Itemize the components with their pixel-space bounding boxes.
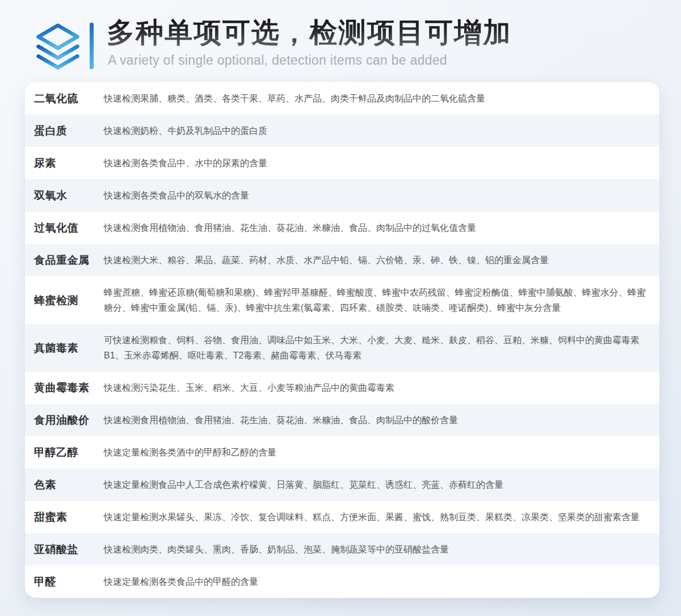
table-row: 过氧化值 快速检测食用植物油、食用猪油、花生油、葵花油、米糠油、食品、肉制品中的… <box>25 212 659 244</box>
item-name: 二氧化硫 <box>34 91 104 106</box>
item-description: 快速定量检测食品中人工合成色素柠檬黄、日落黄、胭脂红、苋菜红、诱惑红、亮蓝、赤藓… <box>104 477 647 492</box>
table-row: 二氧化硫 快速检测果脯、糖类、酒类、各类干果、草药、水产品、肉类干鲜品及肉制品中… <box>25 82 659 115</box>
item-name: 尿素 <box>34 155 104 171</box>
table-row: 蛋白质 快速检测奶粉、牛奶及乳制品中的蛋白质 <box>25 115 659 147</box>
item-name: 蜂蜜检测 <box>34 293 104 308</box>
item-name: 真菌毒素 <box>34 340 104 356</box>
table-row: 食品重金属 快速检测大米、粮谷、果品、蔬菜、药材、水质、水产品中铅、镉、六价铬、… <box>25 244 659 276</box>
table-row: 色素 快速定量检测食品中人工合成色素柠檬黄、日落黄、胭脂红、苋菜红、诱惑红、亮蓝… <box>25 469 659 501</box>
item-description: 快速检测食用植物油、食用猪油、花生油、葵花油、米糠油、食品、肉制品中的酸价含量 <box>104 412 647 428</box>
table-row: 甜蜜素 快速定量检测水果罐头、果冻、冷饮、复合调味料、糕点、方便米面、果酱、蜜饯… <box>25 501 659 533</box>
item-name: 亚硝酸盐 <box>34 542 104 557</box>
item-description: 蜂蜜蔗糖、蜂蜜还原糖(葡萄糖和果糖)、蜂蜜羟甲基糠醛、蜂蜜酸度、蜂蜜中农药残留、… <box>104 285 647 315</box>
table-row: 甲醇乙醇 快速定量检测各类酒中的甲醇和乙醇的含量 <box>25 436 659 469</box>
item-name: 甲醇乙醇 <box>34 445 104 460</box>
item-description: 快速检测果脯、糖类、酒类、各类干果、草药、水产品、肉类干鲜品及肉制品中的二氧化硫… <box>104 91 647 106</box>
page-title: 多种单项可选，检测项目可增加 <box>107 15 669 51</box>
table-row: 双氧水 快速检测各类食品中的双氧水的含量 <box>25 179 659 212</box>
table-row: 黄曲霉毒素 快速检测污染花生、玉米、稻米、大豆、小麦等粮油产品中的黄曲霉毒素 <box>25 372 659 404</box>
item-description: 快速检测肉类、肉类罐头、熏肉、香肠、奶制品、泡菜、腌制蔬菜等中的亚硝酸盐含量 <box>104 542 647 557</box>
item-description: 快速检测污染花生、玉米、稻米、大豆、小麦等粮油产品中的黄曲霉毒素 <box>104 380 647 395</box>
item-description: 快速检测食用植物油、食用猪油、花生油、葵花油、米糠油、食品、肉制品中的过氧化值含… <box>104 220 647 235</box>
item-name: 甜蜜素 <box>34 509 104 525</box>
item-description: 快速定量检测水果罐头、果冻、冷饮、复合调味料、糕点、方便米面、果酱、蜜饯、熟制豆… <box>104 509 647 525</box>
item-name: 食用油酸价 <box>34 412 104 428</box>
page-subtitle: A variety of single optional, detection … <box>108 53 669 68</box>
table-row: 尿素 快速检测各类食品中、水中的尿素的含量 <box>25 147 659 179</box>
detection-items-card: 二氧化硫 快速检测果脯、糖类、酒类、各类干果、草药、水产品、肉类干鲜品及肉制品中… <box>25 82 659 598</box>
table-row: 真菌毒素 可快速检测粮食、饲料、谷物、食用油、调味品中如玉米、大米、小麦、大麦、… <box>25 324 659 372</box>
item-description: 快速检测各类食品中的双氧水的含量 <box>104 188 647 203</box>
item-description: 快速检测奶粉、牛奶及乳制品中的蛋白质 <box>104 123 647 138</box>
table-row: 亚硝酸盐 快速检测肉类、肉类罐头、熏肉、香肠、奶制品、泡菜、腌制蔬菜等中的亚硝酸… <box>25 533 659 566</box>
accent-bar <box>90 23 94 69</box>
layers-stack-icon <box>35 23 81 70</box>
item-name: 色素 <box>34 477 104 492</box>
item-description: 快速定量检测各类酒中的甲醇和乙醇的含量 <box>104 445 647 460</box>
item-description: 快速检测各类食品中、水中的尿素的含量 <box>104 155 647 171</box>
table-row: 甲醛 快速定量检测各类食品中的甲醛的含量 <box>25 566 659 598</box>
item-description: 快速检测大米、粮谷、果品、蔬菜、药材、水质、水产品中铅、镉、六价铬、汞、砷、铁、… <box>104 252 647 268</box>
item-description: 快速定量检测各类食品中的甲醛的含量 <box>104 574 647 589</box>
item-name: 黄曲霉毒素 <box>34 380 104 395</box>
item-name: 过氧化值 <box>34 220 104 235</box>
table-row: 食用油酸价 快速检测食用植物油、食用猪油、花生油、葵花油、米糠油、食品、肉制品中… <box>25 404 659 436</box>
item-description: 可快速检测粮食、饲料、谷物、食用油、调味品中如玉米、大米、小麦、大麦、糙米、麸皮… <box>104 332 647 363</box>
item-name: 食品重金属 <box>34 252 104 268</box>
item-name: 双氧水 <box>34 188 104 203</box>
item-name: 甲醛 <box>34 574 104 589</box>
table-row: 蜂蜜检测 蜂蜜蔗糖、蜂蜜还原糖(葡萄糖和果糖)、蜂蜜羟甲基糠醛、蜂蜜酸度、蜂蜜中… <box>25 276 659 324</box>
item-name: 蛋白质 <box>34 123 104 138</box>
